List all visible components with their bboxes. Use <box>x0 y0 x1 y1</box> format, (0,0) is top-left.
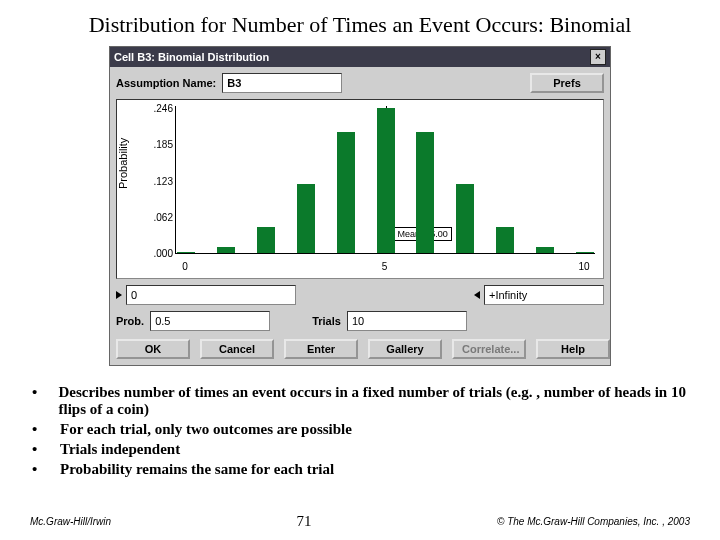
params-row: Prob. 0.5 Trials 10 <box>116 311 604 331</box>
footer-right: © The Mc.Graw-Hill Companies, Inc. , 200… <box>497 516 690 527</box>
trials-input[interactable]: 10 <box>347 311 467 331</box>
prob-input[interactable]: 0.5 <box>150 311 270 331</box>
y-tick-label: .000 <box>143 248 173 259</box>
bullet-icon: • <box>32 384 42 418</box>
chart-bar <box>177 252 195 253</box>
chart-bar <box>456 184 474 253</box>
bullet-icon: • <box>32 461 44 478</box>
chart-bar <box>496 227 514 253</box>
bullet-text: Trials independent <box>60 441 180 458</box>
triangle-right-icon[interactable] <box>116 291 122 299</box>
help-button[interactable]: Help <box>536 339 610 359</box>
bar-chart: Mean = 5.00 <box>175 106 595 254</box>
range-high-input[interactable]: +Infinity <box>484 285 604 305</box>
footer-page: 71 <box>297 513 312 530</box>
prefs-button[interactable]: Prefs <box>530 73 604 93</box>
chart-bar <box>377 108 395 253</box>
y-axis-label: Probability <box>117 138 129 189</box>
bullet-list: •Describes number of times an event occu… <box>32 384 688 478</box>
y-tick-label: .185 <box>143 139 173 150</box>
assumption-row: Assumption Name: B3 Prefs <box>116 73 604 93</box>
enter-button[interactable]: Enter <box>284 339 358 359</box>
gallery-button[interactable]: Gallery <box>368 339 442 359</box>
chart-bar <box>217 247 235 253</box>
slide-title: Distribution for Number of Times an Even… <box>0 0 720 46</box>
cancel-button[interactable]: Cancel <box>200 339 274 359</box>
bullet-item: •Describes number of times an event occu… <box>32 384 688 418</box>
bullet-text: Describes number of times an event occur… <box>58 384 688 418</box>
chart-bar <box>337 132 355 253</box>
y-tick-label: .062 <box>143 211 173 222</box>
chart-area: Probability .000.062.123.185.246 Mean = … <box>116 99 604 279</box>
x-tick-label: 0 <box>182 261 188 272</box>
chart-bar <box>297 184 315 253</box>
chart-bar <box>416 132 434 253</box>
footer-left: Mc.Graw-Hill/Irwin <box>30 516 111 527</box>
range-low-input[interactable]: 0 <box>126 285 296 305</box>
bullet-text: For each trial, only two outcomes are po… <box>60 421 352 438</box>
correlate-button[interactable]: Correlate... <box>452 339 526 359</box>
titlebar: Cell B3: Binomial Distribution × <box>110 47 610 67</box>
bullet-icon: • <box>32 421 44 438</box>
dialog-body: Assumption Name: B3 Prefs Probability .0… <box>110 67 610 365</box>
assumption-label: Assumption Name: <box>116 77 216 89</box>
chart-bar <box>536 247 554 253</box>
slide-footer: Mc.Graw-Hill/Irwin 71 © The Mc.Graw-Hill… <box>0 513 720 530</box>
trials-label: Trials <box>312 315 341 327</box>
ok-button[interactable]: OK <box>116 339 190 359</box>
button-row: OK Cancel Enter Gallery Correlate... Hel… <box>116 339 604 359</box>
close-icon[interactable]: × <box>590 49 606 65</box>
bullet-item: •For each trial, only two outcomes are p… <box>32 421 688 438</box>
dialog-window: Cell B3: Binomial Distribution × Assumpt… <box>109 46 611 366</box>
bullet-item: •Trials independent <box>32 441 688 458</box>
y-tick-label: .246 <box>143 103 173 114</box>
range-row: 0 +Infinity <box>116 285 604 305</box>
chart-bar <box>257 227 275 253</box>
bullet-icon: • <box>32 441 44 458</box>
y-tick-label: .123 <box>143 175 173 186</box>
x-tick-label: 5 <box>382 261 388 272</box>
bullet-text: Probability remains the same for each tr… <box>60 461 334 478</box>
prob-label: Prob. <box>116 315 144 327</box>
bullet-item: •Probability remains the same for each t… <box>32 461 688 478</box>
triangle-left-icon[interactable] <box>474 291 480 299</box>
titlebar-text: Cell B3: Binomial Distribution <box>114 51 590 63</box>
chart-bar <box>576 252 594 253</box>
assumption-name-input[interactable]: B3 <box>222 73 342 93</box>
x-tick-label: 10 <box>578 261 589 272</box>
